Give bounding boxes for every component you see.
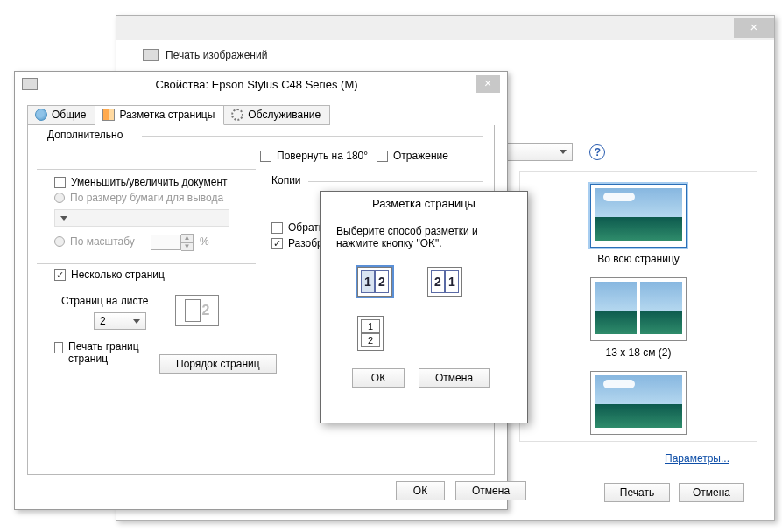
layout-21-option[interactable]: 2 1 <box>427 267 462 297</box>
layout-templates-panel: Во всю страницу 13 x 18 см (2) 20 x 25 с… <box>519 171 757 442</box>
thumbnail-image <box>595 375 682 428</box>
radio-icon <box>54 192 65 203</box>
ok-button[interactable]: ОК <box>396 481 445 500</box>
scale-input <box>151 234 181 250</box>
thumbnail-image <box>640 282 682 334</box>
chevron-down-icon <box>133 319 140 324</box>
scale-spinner: ▲▼ <box>151 234 194 251</box>
layout-option-full-page[interactable]: Во всю страницу <box>520 184 757 265</box>
layout-caption: Во всю страницу <box>520 253 757 265</box>
close-icon[interactable]: × <box>734 18 774 38</box>
rotate-180-checkbox[interactable]: Повернуть на 180° <box>260 150 368 162</box>
properties-tabs: Общие Разметка страницы Обслуживание <box>27 105 507 125</box>
checkbox-icon <box>54 342 63 354</box>
mirror-checkbox[interactable]: Отражение <box>377 150 448 162</box>
checkbox-icon <box>54 177 66 188</box>
layout-option-13x18[interactable]: 13 x 18 см (2) <box>520 277 757 359</box>
layout-caption: 13 x 18 см (2) <box>520 346 757 359</box>
checkbox-icon <box>271 222 283 234</box>
thumbnail-image <box>595 282 637 334</box>
checkbox-icon <box>54 270 66 281</box>
pages-preview-icon: 2 <box>175 295 219 326</box>
fit-to-paper-radio: По размеру бумаги для вывода <box>54 192 223 204</box>
print-header: Печать изображений <box>116 40 774 70</box>
page-layout-modal: Разметка страницы Выберите способ размет… <box>320 191 528 424</box>
by-scale-radio: По масштабу <box>54 235 135 248</box>
copies-group-label: Копии <box>271 174 301 186</box>
print-page-borders-checkbox[interactable]: Печать границ страниц <box>54 340 151 365</box>
additional-group-label: Дополнительно <box>44 129 126 141</box>
cancel-button[interactable]: Отмена <box>455 481 526 500</box>
close-icon[interactable]: × <box>476 75 500 93</box>
multiple-pages-checkbox[interactable]: Несколько страниц <box>54 269 165 281</box>
resize-document-checkbox[interactable]: Уменьшить/увеличить документ <box>54 176 228 188</box>
gear-icon <box>231 108 243 121</box>
properties-titlebar: Свойства: Epson Stylus C48 Series (M) × <box>15 72 507 96</box>
print-button[interactable]: Печать <box>604 483 670 502</box>
layout-option-20x25[interactable]: 20 x 25 см (1) <box>520 371 757 442</box>
page-order-button[interactable]: Порядок страниц <box>159 354 277 374</box>
printer-icon <box>22 78 38 90</box>
output-paper-combobox <box>54 209 229 227</box>
modal-message: Выберите способ разметки и нажмите кнопк… <box>336 225 511 249</box>
print-titlebar: × <box>116 16 774 40</box>
layout-vertical-option[interactable]: 1 2 <box>357 316 384 351</box>
chevron-down-icon <box>60 216 67 220</box>
spin-down-icon: ▼ <box>181 242 194 251</box>
checkbox-icon <box>260 150 271 162</box>
pages-per-sheet-combobox[interactable]: 2 <box>94 312 146 330</box>
modal-title: Разметка страницы <box>321 192 527 214</box>
tab-general[interactable]: Общие <box>27 105 95 125</box>
parameters-link[interactable]: Параметры... <box>665 452 729 465</box>
pages-per-sheet-label: Страниц на листе <box>61 295 148 307</box>
radio-icon <box>54 236 65 247</box>
modal-cancel-button[interactable]: Отмена <box>419 368 490 388</box>
tab-service[interactable]: Обслуживание <box>223 105 330 125</box>
layout-12-option[interactable]: 1 2 <box>357 267 392 297</box>
cancel-button[interactable]: Отмена <box>679 483 744 502</box>
chevron-down-icon <box>560 150 567 154</box>
checkbox-icon <box>377 150 388 162</box>
spin-up-icon: ▲ <box>181 234 194 242</box>
modal-ok-button[interactable]: ОК <box>352 368 405 388</box>
properties-title: Свойства: Epson Stylus C48 Series (M) <box>38 78 476 91</box>
print-title: Печать изображений <box>166 49 267 61</box>
layout-icon <box>102 108 115 121</box>
help-icon[interactable]: ? <box>589 144 605 160</box>
checkbox-icon <box>271 238 283 249</box>
tab-page-layout[interactable]: Разметка страницы <box>95 105 224 125</box>
printer-icon <box>143 49 159 61</box>
globe-icon <box>35 108 47 121</box>
thumbnail-image <box>595 188 682 241</box>
percent-label: % <box>200 235 209 248</box>
layout-caption: 20 x 25 см (1) <box>520 440 757 442</box>
